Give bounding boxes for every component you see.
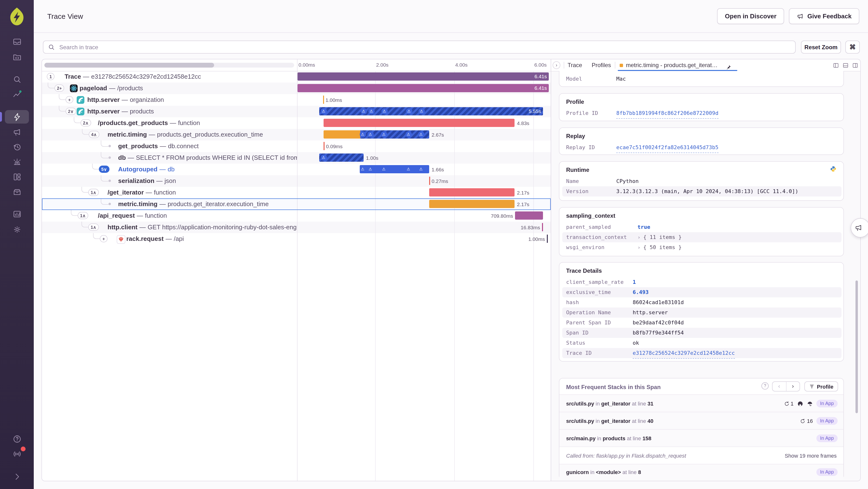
tab-trace[interactable]: Trace — [567, 59, 582, 71]
layout-right-icon[interactable] — [852, 62, 858, 68]
span-warning-icon[interactable]: ⚠ — [361, 108, 367, 114]
span-warning-icon[interactable]: ⚠ — [368, 108, 374, 114]
sidebar-item-stats[interactable] — [5, 185, 29, 198]
span-bar-cell[interactable]: ⚠⚠⚠⚠⚠1.66s — [297, 164, 551, 175]
span-warning-icon[interactable]: ⚠ — [367, 166, 373, 172]
span-row-http-client[interactable]: 1∧http.client—GET https://application-mo… — [42, 221, 297, 233]
sentry-logo-icon[interactable] — [7, 6, 27, 27]
span-row--products-get-products[interactable]: 2∧/products.get_products—function — [42, 117, 297, 128]
show-more-frames-link[interactable]: Show 19 more frames — [785, 447, 837, 464]
span-warning-icon[interactable]: ⚠ — [381, 131, 387, 138]
span-row-get-products[interactable]: get_products—db.connect — [42, 140, 297, 152]
codecov-icon[interactable] — [807, 400, 813, 406]
sidebar-item-settings[interactable] — [5, 223, 29, 236]
span-warning-icon[interactable]: ⚠ — [320, 154, 327, 161]
span-row-metric-timing[interactable]: metric.timing—products.get_iterator.exec… — [42, 198, 297, 210]
span-warning-icon[interactable]: ⚠ — [381, 166, 387, 172]
span-row-rack-request[interactable]: +rack.request—/api — [42, 233, 297, 244]
span-bar[interactable] — [515, 211, 543, 220]
span-bar-cell[interactable]: 6.41s — [297, 71, 551, 82]
sidebar-item-help[interactable] — [5, 432, 29, 445]
span-warning-icon[interactable]: ⚠ — [360, 131, 366, 138]
sidebar-item-performance[interactable] — [5, 110, 29, 123]
kv-value[interactable]: ›{ 50 items } — [638, 242, 682, 253]
span-row-pageload[interactable]: 2+pageload—/products — [42, 82, 297, 94]
drawer-scrollbar[interactable] — [856, 281, 858, 413]
span-bar-cell[interactable]: ⚠⚠⚠⚠⚠2.67s — [297, 128, 551, 140]
span-children-badge[interactable]: 1∧ — [88, 189, 99, 196]
command-shortcut-button[interactable]: ⌘ — [845, 40, 860, 54]
span-warning-icon[interactable]: ⚠ — [406, 108, 412, 114]
layout-left-icon[interactable] — [833, 62, 839, 68]
open-in-discover-button[interactable]: Open in Discover — [717, 8, 784, 24]
span-row--get-iterator[interactable]: 1∧/get_iterator—function — [42, 186, 297, 198]
kv-value[interactable]: e31278c256524c3297e2cd12458e12cc — [633, 348, 735, 359]
stack-frame-row[interactable]: src/main.py in products at line 158In Ap… — [559, 429, 843, 447]
tab-active-span[interactable]: metric.timing - products.get_iterat… — [619, 59, 737, 71]
span-row-metric-timing[interactable]: 4∧metric.timing—products.get_products.ex… — [42, 128, 297, 140]
stack-frame-row[interactable]: gunicorn in <module> at line 8In App — [559, 464, 843, 480]
span-bar[interactable] — [323, 130, 360, 139]
span-warning-icon[interactable]: ⚠ — [405, 166, 411, 172]
span-row-trace[interactable]: 1Trace—e31278c256524c3297e2cd12458e12cc — [42, 71, 297, 82]
span-bar-cell[interactable]: 16.83ms — [297, 221, 551, 233]
profile-button[interactable]: Profile — [804, 381, 838, 392]
layout-bottom-icon[interactable] — [842, 62, 849, 68]
span-bar-cell[interactable]: ⚠1.00s — [297, 152, 551, 164]
span-warning-icon[interactable]: ⚠ — [418, 166, 424, 172]
sidebar-item-alerts[interactable] — [5, 155, 29, 169]
span-row-autogrouped[interactable]: 5∨Autogrouped—db — [42, 164, 297, 175]
span-warning-icon[interactable]: ⚠ — [360, 166, 366, 172]
prev-stack-icon[interactable]: ‹ — [773, 382, 786, 391]
span-children-badge[interactable]: 1∧ — [78, 212, 88, 219]
search-input[interactable] — [58, 43, 791, 51]
span-tick[interactable] — [429, 177, 430, 185]
span-bar-cell[interactable]: 2.17s — [297, 198, 551, 210]
span-bar-cell[interactable]: 1.00ms — [297, 233, 551, 244]
span-tick[interactable] — [547, 235, 548, 243]
span-children-badge[interactable]: + — [100, 235, 107, 242]
span-bar-cell[interactable]: 5.55s⚠⚠⚠⚠⚠⚠ — [297, 106, 551, 117]
sidebar-item-dashboards[interactable] — [5, 170, 29, 183]
stack-frame-row[interactable]: src/utils.py in get_iterator at line 311… — [559, 394, 843, 412]
span-bar-cell[interactable]: 0.09ms — [297, 140, 551, 152]
span-warning-icon[interactable]: ⚠ — [320, 108, 327, 114]
span-row-http-server[interactable]: +http.server—organization — [42, 94, 297, 106]
span-row--api-request[interactable]: 1∧/api_request—function — [42, 210, 297, 221]
span-tick[interactable] — [323, 142, 324, 150]
span-bar[interactable] — [429, 188, 515, 197]
help-icon[interactable]: ? — [762, 382, 769, 390]
span-children-badge[interactable]: 1∧ — [88, 223, 99, 230]
span-children-badge[interactable]: 1 — [47, 73, 55, 80]
github-icon[interactable] — [797, 400, 803, 406]
span-children-badge[interactable]: 2∧ — [81, 119, 91, 126]
span-bar[interactable]: 6.41s — [298, 73, 549, 81]
reset-zoom-button[interactable]: Reset Zoom — [801, 40, 841, 54]
sidebar-item-projects[interactable] — [5, 50, 29, 64]
stacks-called-from-row[interactable]: Called from: flask/app.py in Flask.dispa… — [559, 447, 843, 464]
span-warning-icon[interactable]: ⚠ — [367, 131, 373, 138]
span-bar[interactable] — [323, 119, 515, 127]
sidebar-item-explore[interactable] — [5, 73, 29, 86]
tab-profiles[interactable]: Profiles — [592, 59, 611, 71]
next-stack-icon[interactable]: › — [786, 382, 800, 391]
span-row-serialization[interactable]: serialization—json — [42, 175, 297, 186]
span-warning-icon[interactable]: ⚠ — [381, 108, 388, 114]
span-bar[interactable] — [429, 200, 515, 208]
span-children-badge[interactable]: 4∧ — [89, 131, 99, 138]
span-bar-hatched[interactable]: 5.55s — [319, 107, 543, 115]
span-children-badge[interactable]: + — [66, 96, 73, 103]
sidebar-item-collapse[interactable] — [5, 470, 29, 483]
give-feedback-button[interactable]: Give Feedback — [789, 8, 859, 24]
span-children-badge[interactable]: 2+ — [55, 84, 64, 91]
minimap-thumb[interactable] — [44, 63, 214, 67]
span-warning-icon[interactable]: ⚠ — [405, 131, 411, 138]
kv-value[interactable]: ecae7c51f0024f2fa82e6314045d73b5 — [616, 142, 718, 153]
span-children-badge[interactable]: 5∨ — [99, 165, 109, 173]
span-bar-cell[interactable]: 4.83s — [297, 117, 551, 128]
span-tick[interactable] — [323, 95, 324, 104]
span-warning-icon[interactable]: ⚠ — [418, 108, 425, 114]
sidebar-item-feedback[interactable] — [5, 125, 29, 139]
sidebar-item-whats-new[interactable] — [5, 447, 29, 461]
span-bar-cell[interactable]: 6.41s — [297, 82, 551, 94]
